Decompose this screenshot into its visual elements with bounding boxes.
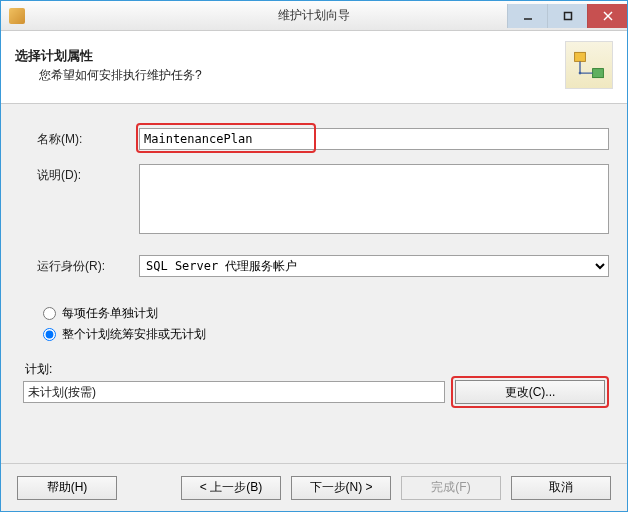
radio-single-label: 整个计划统筹安排或无计划 [62,326,206,343]
next-button[interactable]: 下一步(N) > [291,476,391,500]
app-icon [9,8,25,24]
close-icon [603,11,613,21]
maximize-button[interactable] [547,4,587,28]
radio-separate-label: 每项任务单独计划 [62,305,158,322]
page-title: 选择计划属性 [15,47,202,65]
radio-separate[interactable] [43,307,56,320]
back-button[interactable]: < 上一步(B) [181,476,281,500]
radio-single-row[interactable]: 整个计划统筹安排或无计划 [43,326,609,343]
wizard-footer: 帮助(H) < 上一步(B) 下一步(N) > 完成(F) 取消 [1,463,627,511]
plan-section: 计划: 更改(C)... [19,361,609,404]
wizard-icon [565,41,613,89]
content-area: 名称(M): 说明(D): 运行身份(R): SQL Server 代理服务帐户 [1,104,627,414]
maximize-icon [563,11,573,21]
runas-label: 运行身份(R): [19,255,139,275]
dialog-window: 维护计划向导 选择计划属性 您希望如何安排执行维护任务? [0,0,628,512]
description-label: 说明(D): [19,164,139,184]
plan-section-label: 计划: [23,361,605,378]
svg-point-6 [579,72,582,75]
cancel-button[interactable]: 取消 [511,476,611,500]
description-textarea[interactable] [139,164,609,234]
svg-rect-5 [593,69,604,78]
wizard-header: 选择计划属性 您希望如何安排执行维护任务? [1,31,627,104]
name-input[interactable] [139,128,609,150]
name-label: 名称(M): [19,128,139,148]
help-button[interactable]: 帮助(H) [17,476,117,500]
minimize-icon [523,11,533,21]
runas-select[interactable]: SQL Server 代理服务帐户 [139,255,609,277]
radio-single[interactable] [43,328,56,341]
svg-rect-1 [564,12,571,19]
finish-button: 完成(F) [401,476,501,500]
titlebar: 维护计划向导 [1,1,627,31]
svg-rect-4 [575,52,586,61]
minimize-button[interactable] [507,4,547,28]
change-button[interactable]: 更改(C)... [455,380,605,404]
page-subtitle: 您希望如何安排执行维护任务? [39,67,202,84]
window-controls [507,4,627,28]
radio-separate-row[interactable]: 每项任务单独计划 [43,305,609,322]
plan-display [23,381,445,403]
schedule-mode-group: 每项任务单独计划 整个计划统筹安排或无计划 [19,305,609,343]
close-button[interactable] [587,4,627,28]
